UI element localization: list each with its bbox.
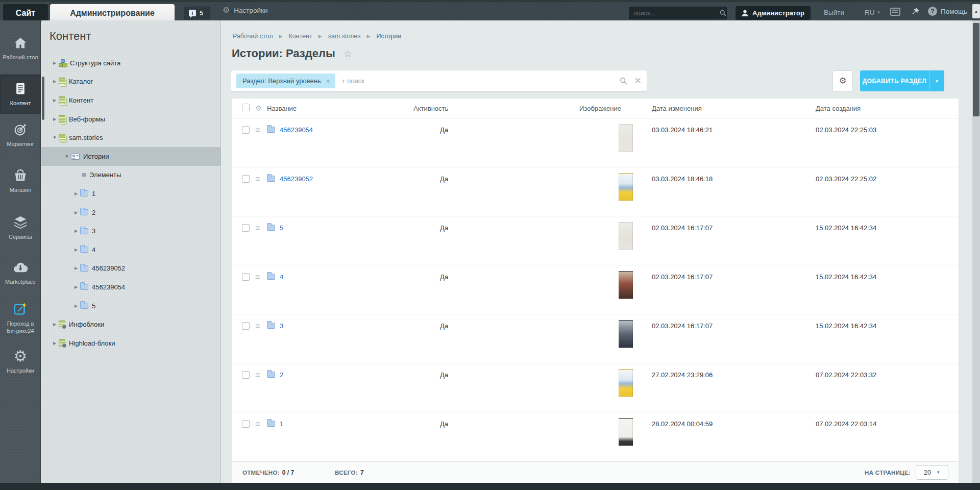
topbar-search-input[interactable]	[629, 10, 720, 17]
chevron-right-icon[interactable]: ▶	[51, 79, 59, 84]
row-menu-icon[interactable]: ≡	[255, 175, 267, 183]
row-menu-icon[interactable]: ≡	[255, 126, 267, 134]
sidebar-item-shop[interactable]: Магазин	[0, 167, 41, 194]
tree-item-infoblocks[interactable]: ▶Инфоблоки	[41, 315, 220, 334]
tree-item-folder-1[interactable]: ▶1	[41, 184, 220, 203]
row-thumbnail[interactable]	[619, 369, 633, 397]
chevron-right-icon[interactable]: ▶	[51, 341, 59, 346]
row-checkbox[interactable]	[242, 371, 250, 379]
tree-item-site-structure[interactable]: ▶Структура сайта	[41, 54, 220, 72]
tree-item-folder-456239054[interactable]: ▶456239054	[41, 278, 220, 297]
vertical-scrollbar-thumb[interactable]	[973, 23, 979, 116]
tab-site[interactable]: Сайт	[3, 4, 48, 22]
column-header-active[interactable]: Активность	[413, 105, 579, 112]
row-checkbox[interactable]	[242, 126, 250, 134]
user-menu-button[interactable]: Администратор	[736, 6, 811, 20]
chevron-right-icon[interactable]: ▶	[72, 191, 80, 196]
sidebar-item-marketing[interactable]: Маркетинг	[0, 121, 41, 148]
section-link[interactable]: 4	[280, 273, 283, 281]
row-menu-icon[interactable]: ≡	[255, 322, 267, 330]
column-header-image[interactable]: Изображение	[579, 105, 652, 112]
row-thumbnail[interactable]	[619, 271, 633, 299]
filter-bar[interactable]: Раздел: Верхний уровень × + поиск ✕	[231, 70, 647, 91]
chevron-down-icon[interactable]: ▼	[51, 135, 59, 140]
row-checkbox[interactable]	[242, 175, 250, 183]
section-link[interactable]: 456239054	[280, 126, 313, 134]
chevron-right-icon[interactable]: ▶	[72, 248, 80, 252]
tree-item-elements[interactable]: Элементы	[41, 166, 220, 185]
chevron-down-icon[interactable]: ▼	[63, 154, 71, 159]
sidebar-item-marketplace[interactable]: Marketplace	[0, 259, 41, 286]
chevron-right-icon[interactable]: ▶	[72, 210, 80, 215]
column-header-created[interactable]: Дата создания	[816, 105, 959, 112]
filter-search-placeholder[interactable]: + поиск	[341, 77, 620, 85]
column-header-modified[interactable]: Дата изменения	[652, 105, 816, 112]
hotkeys-icon[interactable]	[890, 8, 900, 16]
chevron-right-icon[interactable]: ▶	[51, 322, 59, 327]
row-checkbox[interactable]	[242, 224, 250, 232]
sidebar-item-services[interactable]: Сервисы	[0, 214, 41, 241]
row-checkbox[interactable]	[242, 420, 250, 428]
row-menu-icon[interactable]: ≡	[255, 273, 267, 281]
search-icon[interactable]	[620, 77, 627, 85]
tree-item-folder-3[interactable]: ▶3	[41, 222, 220, 240]
row-menu-icon[interactable]: ≡	[255, 224, 267, 232]
breadcrumb-item[interactable]: Контент	[288, 33, 312, 40]
row-checkbox[interactable]	[242, 273, 250, 281]
row-thumbnail[interactable]	[619, 320, 633, 348]
row-thumbnail[interactable]	[619, 124, 633, 152]
tree-item-folder-5[interactable]: ▶5	[41, 297, 220, 315]
chevron-right-icon[interactable]: ▶	[72, 304, 80, 308]
row-checkbox[interactable]	[242, 322, 250, 330]
favorite-star-icon[interactable]: ☆	[344, 48, 352, 60]
section-link[interactable]: 3	[280, 322, 283, 330]
tree-item-stories[interactable]: ▼Истории	[41, 147, 220, 166]
tree-item-folder-456239052[interactable]: ▶456239052	[41, 259, 220, 278]
select-all-checkbox[interactable]	[242, 104, 250, 111]
grid-settings-button[interactable]: ⚙	[832, 70, 853, 91]
chevron-right-icon[interactable]: ▶	[72, 285, 80, 289]
sidebar-item-settings[interactable]: ⚙ Настройки	[0, 348, 41, 375]
tree-item-content[interactable]: ▶Контент	[41, 91, 220, 110]
sidebar-item-desktop[interactable]: Рабочий стол	[0, 35, 41, 61]
search-icon[interactable]	[720, 10, 726, 16]
tree-item-sam-stories[interactable]: ▼sam.stories	[41, 128, 220, 147]
tree-item-highload[interactable]: ▶Highload-блоки	[41, 334, 220, 353]
sidebar-item-bitrix24[interactable]: Переход в Битрикс24	[0, 301, 41, 335]
breadcrumb-item[interactable]: Истории	[376, 33, 401, 40]
row-thumbnail[interactable]	[619, 173, 633, 201]
per-page-select[interactable]: 20▼	[916, 465, 948, 480]
chevron-right-icon[interactable]: ▶	[51, 98, 59, 103]
row-menu-icon[interactable]: ≡	[255, 371, 267, 379]
tree-item-catalog[interactable]: ▶Каталог	[41, 72, 220, 91]
chevron-right-icon[interactable]: ▶	[72, 266, 80, 271]
logout-link[interactable]: Выйти	[824, 9, 844, 16]
scroll-up-arrow[interactable]: ▲	[972, 4, 980, 18]
row-thumbnail[interactable]	[619, 222, 633, 250]
topbar-settings-button[interactable]: ⚙ Настройки	[223, 6, 268, 14]
tree-item-folder-2[interactable]: ▶2	[41, 203, 220, 222]
notifications-button[interactable]: i 5	[184, 7, 210, 19]
sidebar-item-content[interactable]: Контент	[0, 75, 41, 114]
section-link[interactable]: 2	[280, 371, 283, 379]
help-button[interactable]: ? Помощь	[928, 7, 967, 16]
add-section-dropdown[interactable]: ▼	[929, 70, 944, 91]
row-menu-icon[interactable]: ≡	[255, 420, 267, 428]
language-switcher[interactable]: RU▼	[865, 9, 880, 16]
chevron-right-icon[interactable]: ▶	[51, 61, 59, 65]
chevron-right-icon[interactable]: ▶	[72, 229, 80, 233]
chevron-right-icon[interactable]: ▶	[51, 117, 59, 121]
clear-filter-icon[interactable]: ✕	[634, 77, 642, 85]
tree-item-webforms[interactable]: ▶Веб-формы	[41, 110, 220, 129]
gear-icon[interactable]: ⚙	[255, 104, 267, 112]
filter-chip[interactable]: Раздел: Верхний уровень ×	[236, 74, 335, 88]
row-thumbnail[interactable]	[619, 418, 633, 446]
add-section-button[interactable]: ДОБАВИТЬ РАЗДЕЛ ▼	[860, 70, 944, 91]
tree-item-folder-4[interactable]: ▶4	[41, 240, 220, 259]
section-link[interactable]: 1	[280, 420, 283, 428]
breadcrumb-item[interactable]: Рабочий стол	[233, 33, 273, 40]
chip-close-icon[interactable]: ×	[326, 77, 330, 85]
section-link[interactable]: 5	[280, 224, 283, 232]
pin-icon[interactable]	[911, 7, 920, 16]
section-link[interactable]: 456239052	[280, 175, 313, 183]
